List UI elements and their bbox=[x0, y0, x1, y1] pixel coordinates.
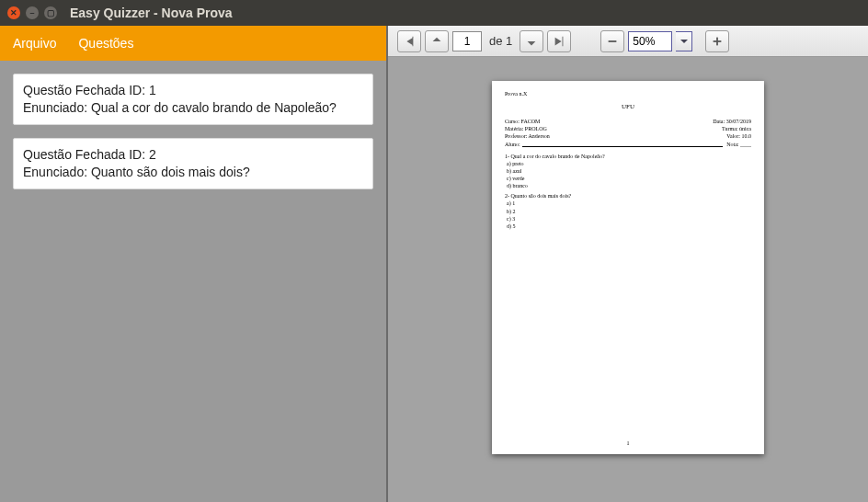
right-panel: de 1 Prova n.X UFU bbox=[388, 26, 868, 502]
doc-data: Data: 30/07/2019 bbox=[713, 118, 751, 125]
question-card[interactable]: Questão Fechada ID: 1 Enunciado: Qual a … bbox=[13, 74, 373, 125]
doc-q1d: d) branco bbox=[507, 182, 751, 189]
menu-questoes[interactable]: Questões bbox=[78, 36, 133, 51]
doc-q1: 1- Qual a cor do cavalo brando de Napole… bbox=[505, 153, 751, 160]
doc-materia: Matéria: PROLOG bbox=[505, 125, 547, 132]
question-enun: Enunciado: Quanto são dois mais dois? bbox=[23, 164, 363, 181]
doc-q2c: c) 3 bbox=[507, 215, 751, 222]
doc-curso: Curso: FACOM bbox=[505, 118, 540, 125]
zoom-out-button[interactable] bbox=[600, 30, 624, 52]
svg-rect-0 bbox=[609, 40, 617, 42]
question-id: Questão Fechada ID: 2 bbox=[23, 146, 363, 164]
question-id: Questão Fechada ID: 1 bbox=[23, 82, 363, 99]
zoom-dropdown[interactable] bbox=[676, 31, 692, 51]
prev-page-button[interactable] bbox=[425, 30, 449, 52]
doc-q1b: b) azul bbox=[507, 167, 751, 175]
close-icon[interactable]: ✕ bbox=[7, 6, 20, 19]
question-list: Questão Fechada ID: 1 Enunciado: Qual a … bbox=[0, 61, 386, 202]
doc-label: Prova n.X bbox=[505, 90, 751, 97]
document-page: Prova n.X UFU Curso: FACOMData: 30/07/20… bbox=[492, 81, 764, 454]
minimize-icon[interactable]: – bbox=[26, 6, 39, 19]
doc-aluno: Aluno: bbox=[505, 141, 520, 148]
doc-q2d: d) 5 bbox=[507, 222, 751, 230]
zoom-input[interactable] bbox=[628, 31, 672, 51]
doc-q2a: a) 1 bbox=[507, 200, 751, 207]
aluno-line bbox=[522, 141, 723, 147]
titlebar: ✕ – ▢ Easy Quizzer - Nova Prova bbox=[0, 0, 868, 26]
preview-area[interactable]: Prova n.X UFU Curso: FACOMData: 30/07/20… bbox=[388, 57, 868, 502]
doc-professor: Professor: Anderson bbox=[505, 132, 550, 140]
doc-page-number: 1 bbox=[492, 439, 764, 447]
doc-q2b: b) 2 bbox=[507, 208, 751, 215]
menu-bar: Arquivo Questões bbox=[0, 26, 386, 61]
doc-q1a: a) preto bbox=[507, 160, 751, 167]
svg-rect-2 bbox=[716, 37, 718, 45]
doc-header: UFU bbox=[505, 103, 751, 111]
viewer-toolbar: de 1 bbox=[388, 26, 868, 57]
question-enun: Enunciado: Qual a cor do cavalo brando d… bbox=[23, 99, 363, 117]
next-page-button[interactable] bbox=[520, 30, 543, 52]
window-title: Easy Quizzer - Nova Prova bbox=[70, 6, 233, 20]
question-card[interactable]: Questão Fechada ID: 2 Enunciado: Quanto … bbox=[13, 138, 373, 189]
doc-nota: Nota: ____ bbox=[726, 141, 751, 148]
doc-q1c: c) verde bbox=[507, 175, 751, 182]
doc-q2: 2- Quanto são dois mais dois? bbox=[505, 192, 751, 200]
maximize-icon[interactable]: ▢ bbox=[44, 6, 57, 19]
first-page-button[interactable] bbox=[397, 30, 421, 52]
zoom-in-button[interactable] bbox=[705, 30, 729, 52]
doc-valor: Valor: 10.0 bbox=[726, 132, 751, 140]
last-page-button[interactable] bbox=[547, 30, 571, 52]
menu-arquivo[interactable]: Arquivo bbox=[13, 36, 56, 51]
page-input[interactable] bbox=[452, 31, 482, 51]
page-total-label: de 1 bbox=[489, 34, 512, 48]
window-controls: ✕ – ▢ bbox=[7, 6, 57, 19]
left-panel: Arquivo Questões Questão Fechada ID: 1 E… bbox=[0, 26, 386, 502]
doc-turma: Turma: única bbox=[722, 125, 751, 132]
